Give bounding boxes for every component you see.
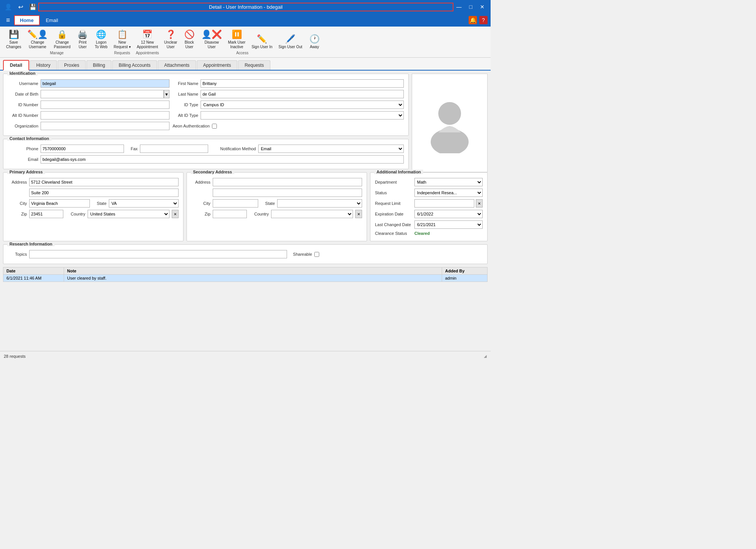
toolbar-sign-user-out[interactable]: 🖊️ Sign User Out bbox=[275, 33, 305, 51]
topics-row: Topics Shareable bbox=[8, 250, 483, 258]
tab-appointments[interactable]: Appointments bbox=[197, 60, 237, 70]
toolbar-change-password[interactable]: 🔒 ChangePassword bbox=[51, 28, 74, 51]
primary-state-select[interactable]: VA bbox=[109, 199, 179, 208]
tab-proxies[interactable]: Proxies bbox=[58, 60, 86, 70]
idtype-select[interactable]: Campus ID bbox=[201, 101, 404, 109]
hamburger-menu[interactable]: ≡ bbox=[3, 15, 13, 26]
close-button[interactable]: ✕ bbox=[477, 3, 488, 11]
altidtype-select[interactable] bbox=[201, 111, 404, 120]
toolbar-logon-to-web[interactable]: 🌐 LogonTo Web bbox=[92, 28, 111, 51]
tab-billing[interactable]: Billing bbox=[86, 60, 111, 70]
secondary-country-clear[interactable]: ✕ bbox=[355, 210, 362, 218]
primary-city-input[interactable] bbox=[29, 199, 90, 208]
identification-title: Identification bbox=[7, 71, 38, 76]
phone-input[interactable] bbox=[41, 145, 124, 153]
topics-input[interactable] bbox=[29, 250, 287, 258]
primary-address1-input[interactable] bbox=[29, 178, 179, 186]
lastname-input[interactable] bbox=[201, 90, 404, 98]
firstname-label: First Name bbox=[172, 81, 198, 86]
toolbar-away[interactable]: 🕐 Away bbox=[305, 33, 323, 51]
notification-method-select[interactable]: Email bbox=[258, 145, 404, 153]
primary-address2-input[interactable] bbox=[29, 189, 179, 197]
tab-history[interactable]: History bbox=[30, 60, 57, 70]
idnumber-input[interactable] bbox=[41, 101, 169, 109]
research-info-section: Research Information Topics Shareable bbox=[3, 244, 488, 264]
topics-label: Topics bbox=[8, 252, 27, 256]
title-bar-left: 👤 ↩ 💾 bbox=[3, 3, 38, 11]
dob-dropdown[interactable]: ▾ bbox=[164, 90, 169, 98]
shareable-checkbox[interactable] bbox=[314, 252, 319, 257]
primary-address1-row: Address bbox=[8, 178, 179, 186]
email-row: Email bbox=[8, 155, 404, 164]
minimize-button[interactable]: — bbox=[453, 3, 465, 11]
last-changed-date-select[interactable]: 6/21/2021 bbox=[414, 220, 483, 229]
fax-input[interactable] bbox=[140, 145, 208, 153]
primary-country-clear[interactable]: ✕ bbox=[172, 210, 179, 218]
secondary-country-select[interactable] bbox=[271, 210, 353, 218]
upper-left: Identification Username First Name Date … bbox=[3, 74, 409, 172]
menu-tab-email[interactable]: Email bbox=[41, 16, 64, 25]
toolbar-change-username[interactable]: ✏️👤 ChangeUsername bbox=[24, 28, 51, 51]
toolbar-unclear-user[interactable]: ❓ UnclearUser bbox=[161, 28, 180, 51]
toolbar-save-changes[interactable]: 💾 SaveChanges bbox=[3, 28, 24, 51]
secondary-address2-row bbox=[191, 189, 362, 197]
department-select[interactable]: Math bbox=[414, 178, 483, 186]
tab-billing-accounts[interactable]: Billing Accounts bbox=[112, 60, 157, 70]
maximize-button[interactable]: □ bbox=[466, 3, 475, 11]
research-info-title: Research Information bbox=[7, 242, 55, 246]
secondary-zip-input[interactable] bbox=[213, 210, 247, 218]
toolbar-block-user[interactable]: 🚫 BlockUser bbox=[180, 28, 198, 51]
toolbar-new-request[interactable]: 📋 NewRequest ▾ bbox=[111, 28, 134, 51]
tab-attachments[interactable]: Attachments bbox=[158, 60, 196, 70]
back-icon[interactable]: ↩ bbox=[17, 3, 25, 11]
email-input[interactable] bbox=[41, 155, 404, 164]
away-icon: 🕐 bbox=[309, 34, 320, 44]
request-limit-input[interactable] bbox=[414, 199, 474, 208]
toolbar-print-user[interactable]: 🖨️ PrintUser bbox=[74, 28, 92, 51]
fax-label: Fax bbox=[126, 146, 138, 151]
secondary-state-label: State bbox=[260, 201, 275, 206]
help-icon[interactable]: ? bbox=[479, 16, 488, 24]
primary-zip-input[interactable] bbox=[29, 210, 63, 218]
status-select[interactable]: Independent Resea... bbox=[414, 189, 483, 197]
toolbar-new-appointment[interactable]: 📅 12 NewAppointment bbox=[134, 28, 161, 51]
secondary-address1-input[interactable] bbox=[213, 178, 362, 186]
aeon-auth-checkbox[interactable] bbox=[212, 124, 217, 129]
window-title: Detail - User Information - bdegail bbox=[38, 3, 453, 11]
secondary-city-row: City State bbox=[191, 199, 362, 208]
secondary-state-select[interactable] bbox=[277, 199, 362, 208]
table-row[interactable]: 6/1/2021 11:46 AM User cleared by staff.… bbox=[3, 275, 488, 282]
notification-icon[interactable]: 🔔 bbox=[469, 16, 477, 24]
dob-input[interactable] bbox=[41, 90, 164, 98]
toolbar-sign-user-in[interactable]: ✏️ Sign User In bbox=[248, 33, 275, 51]
secondary-address2-input[interactable] bbox=[213, 189, 362, 197]
last-changed-date-row: Last Changed Date 6/21/2021 bbox=[375, 220, 483, 229]
altidnumber-input[interactable] bbox=[41, 111, 169, 120]
change-password-icon: 🔒 bbox=[57, 30, 67, 39]
toolbar-appointments-row: 📅 12 NewAppointment bbox=[134, 28, 161, 51]
status-row: Status Independent Resea... bbox=[375, 189, 483, 197]
tab-detail[interactable]: Detail bbox=[3, 60, 29, 71]
secondary-city-input[interactable] bbox=[213, 199, 258, 208]
change-username-icon: ✏️👤 bbox=[27, 30, 48, 39]
primary-country-select[interactable]: United States bbox=[88, 210, 169, 218]
expiration-date-select[interactable]: 6/1/2022 bbox=[414, 210, 483, 218]
lastname-label: Last Name bbox=[172, 92, 198, 96]
toolbar-mark-user-inactive[interactable]: ⏸️ Mark UserInactive bbox=[225, 28, 248, 51]
new-request-icon: 📋 bbox=[117, 30, 127, 39]
additional-info-section: Additional Information Department Math S… bbox=[370, 172, 488, 241]
tab-requests[interactable]: Requests bbox=[238, 60, 270, 70]
away-label: Away bbox=[310, 45, 319, 49]
secondary-zip-label: Zip bbox=[191, 212, 210, 216]
department-row: Department Math bbox=[375, 178, 483, 186]
request-limit-clear[interactable]: ✕ bbox=[476, 199, 483, 208]
toolbar-disavow-user[interactable]: 👤❌ DisavowUser bbox=[198, 28, 225, 51]
save-icon[interactable]: 💾 bbox=[28, 3, 38, 11]
firstname-input[interactable] bbox=[201, 79, 404, 88]
expiration-date-label: Expiration Date bbox=[375, 212, 413, 216]
expiration-date-row: Expiration Date 6/1/2022 bbox=[375, 210, 483, 218]
username-input[interactable] bbox=[41, 79, 169, 88]
toolbar-requests-row: 📋 NewRequest ▾ bbox=[111, 28, 134, 51]
menu-tab-home[interactable]: Home bbox=[14, 15, 40, 25]
organization-input[interactable] bbox=[41, 122, 169, 130]
